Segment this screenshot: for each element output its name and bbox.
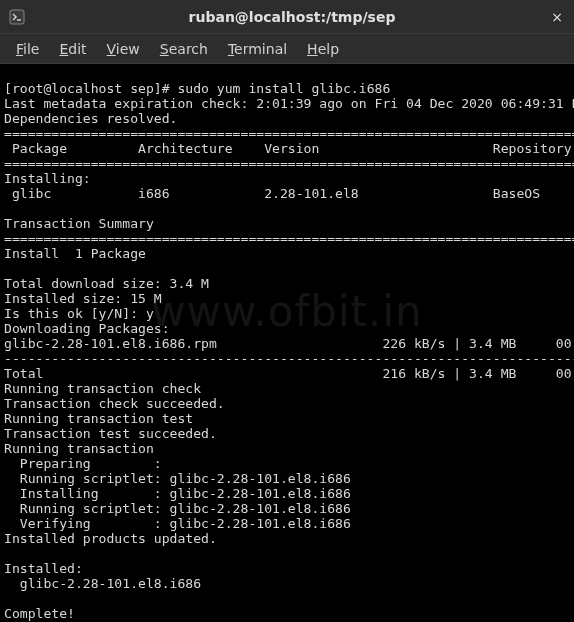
output-line: Transaction check succeeded.: [4, 396, 225, 411]
output-line: Complete!: [4, 606, 75, 621]
output-line: Verifying : glibc-2.28-101.el8.i686 1/1: [4, 516, 574, 531]
output-line: Running transaction check: [4, 381, 201, 396]
output-line: Running transaction: [4, 441, 154, 456]
output-line: Installing:: [4, 171, 91, 186]
rule: ========================================…: [4, 156, 574, 171]
output-line: Total download size: 3.4 M: [4, 276, 209, 291]
terminal-app-icon: [8, 8, 26, 26]
menu-terminal[interactable]: Terminal: [218, 37, 297, 61]
menu-edit[interactable]: Edit: [49, 37, 96, 61]
output-line: glibc-2.28-101.el8.i686: [4, 576, 574, 591]
table-row: glibc i686 2.28-101.el8 BaseOS 3.4 M: [4, 186, 574, 201]
output-line: Last metadata expiration check: 2:01:39 …: [4, 96, 574, 111]
output-line: Transaction test succeeded.: [4, 426, 217, 441]
menu-help[interactable]: Help: [297, 37, 349, 61]
menu-view[interactable]: View: [97, 37, 150, 61]
output-line: Total 216 kB/s | 3.4 MB 00:16: [4, 366, 574, 381]
menubar: File Edit View Search Terminal Help: [0, 34, 574, 64]
titlebar: ruban@localhost:/tmp/sep ×: [0, 0, 574, 34]
output-line: Is this ok [y/N]: y: [4, 306, 154, 321]
menu-search[interactable]: Search: [150, 37, 218, 61]
window-title: ruban@localhost:/tmp/sep: [36, 9, 548, 25]
output-line: Running scriptlet: glibc-2.28-101.el8.i6…: [4, 471, 574, 486]
rule: ========================================…: [4, 126, 574, 141]
output-line: Installed size: 15 M: [4, 291, 162, 306]
output-line: Transaction Summary: [4, 216, 154, 231]
terminal-output[interactable]: [root@localhost sep]# sudo yum install g…: [0, 64, 574, 622]
menu-file[interactable]: File: [6, 37, 49, 61]
table-header: Package Architecture Version Repository …: [4, 141, 574, 156]
output-line: Running transaction test: [4, 411, 193, 426]
output-line: Installing : glibc-2.28-101.el8.i686 1/1: [4, 486, 574, 501]
rule: ----------------------------------------…: [4, 351, 574, 366]
output-line: Install 1 Package: [4, 246, 146, 261]
output-line: Downloading Packages:: [4, 321, 170, 336]
output-line: Installed:: [4, 561, 83, 576]
close-button[interactable]: ×: [548, 9, 566, 25]
output-line: glibc-2.28-101.el8.i686.rpm 226 kB/s | 3…: [4, 336, 574, 351]
output-line: Dependencies resolved.: [4, 111, 177, 126]
rule: ========================================…: [4, 231, 574, 246]
output-line: Preparing : 1/1: [4, 456, 574, 471]
command: sudo yum install glibc.i686: [177, 81, 390, 96]
prompt: [root@localhost sep]#: [4, 81, 177, 96]
output-line: Installed products updated.: [4, 531, 217, 546]
output-line: Running scriptlet: glibc-2.28-101.el8.i6…: [4, 501, 574, 516]
